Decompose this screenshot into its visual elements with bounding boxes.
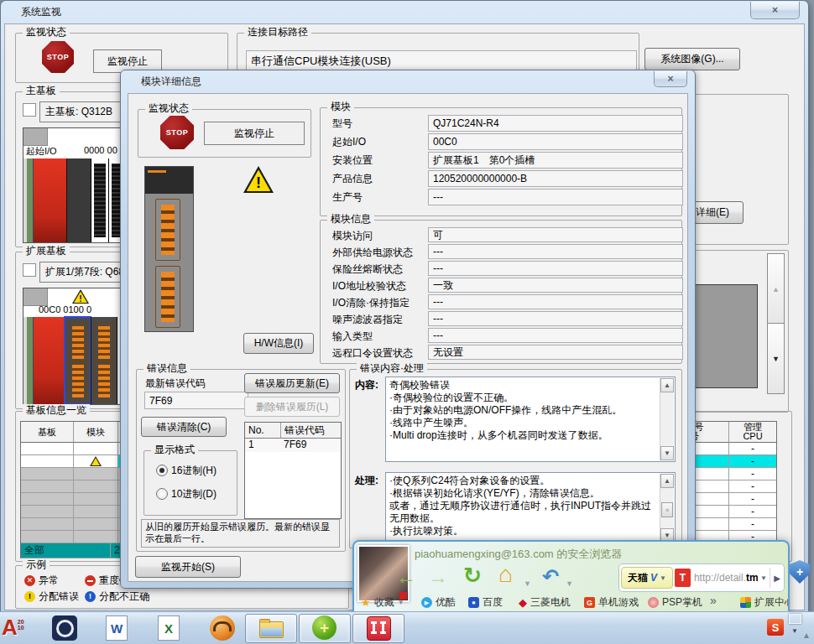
tray-sogou-icon[interactable]: S xyxy=(767,619,784,636)
process-textbox[interactable]: ·使Q系列C24符合对象设备的设置。 ·根据错误初始化请求(YE/YF)，清除错… xyxy=(385,472,676,544)
main-base-rack-image[interactable]: 起始I/O 0000 00 xyxy=(23,127,128,243)
module-info-group-label: 模块信息 xyxy=(327,213,374,225)
taskbar-autocad-icon[interactable]: A 2010 xyxy=(2,615,26,639)
ext-base-checkbox[interactable] xyxy=(23,263,36,277)
bookmark-extensions[interactable]: 扩展中心 xyxy=(740,595,790,610)
bookmarks-overflow[interactable]: » xyxy=(710,594,717,607)
process-scrollbar[interactable]: ▲ ≡ ▼ xyxy=(660,474,674,543)
main-base-checkbox[interactable] xyxy=(23,103,36,117)
main-base-io-value: 0000 00 xyxy=(84,145,117,155)
main-base-modules xyxy=(23,158,127,242)
assign-error-icon: ! xyxy=(24,591,35,602)
browser-popup[interactable]: piaohuamengxing@163.com 的安全浏览器 ← → ↻ ⌂ ▼… xyxy=(352,540,790,615)
field-label: 安装位置 xyxy=(332,153,373,168)
ext-base-group-label: 扩展基板 xyxy=(23,245,70,257)
field-label: 远程口令设置状态 xyxy=(332,346,413,361)
star-icon: ★ xyxy=(361,596,371,609)
monitor-start-button[interactable]: 监视开始(S) xyxy=(135,556,241,578)
dialog-monitor-group: 监视状态 STOP 监视停止 xyxy=(138,109,311,158)
field-label: 保险丝熔断状态 xyxy=(332,262,403,277)
paw-icon: ● xyxy=(468,597,479,608)
cpu-module xyxy=(66,158,90,242)
bookmark-favorites[interactable]: ★ 收藏 ▼ xyxy=(361,595,404,610)
terminal-connector xyxy=(155,266,180,328)
hex-radio[interactable] xyxy=(156,465,168,476)
search-engine-selector[interactable]: 天猫 V ▼ xyxy=(621,567,673,589)
window-titlebar[interactable]: 系统监视 xyxy=(1,1,808,23)
ring-icon xyxy=(56,620,74,637)
back-icon[interactable]: ← xyxy=(396,567,416,587)
content-scrollbar[interactable]: ▲ ▼ xyxy=(660,378,674,460)
taskbar-360-button[interactable]: + xyxy=(299,614,351,643)
tray-chevron-down-icon[interactable]: ▼ xyxy=(791,627,798,635)
ext-base-io-value: 00C0 0100 0 xyxy=(39,304,91,314)
bookmark-games[interactable]: G 单机游戏 xyxy=(584,595,639,610)
url-dropdown-icon[interactable]: ▼ xyxy=(758,574,770,582)
module-label-decor xyxy=(148,170,166,173)
bookmark-mitsubishi[interactable]: ◆ 三菱电机 xyxy=(519,595,571,610)
field-value: 无设置 xyxy=(428,345,683,360)
field-value: 扩展基板1 第0个插槽 xyxy=(428,152,683,169)
dec-radio-label[interactable]: 10进制(D) xyxy=(171,487,217,501)
scroll-down-icon[interactable]: ▼ xyxy=(660,446,674,460)
bookmark-baidu[interactable]: ● 百度 xyxy=(468,595,503,610)
dialog-titlebar[interactable]: 模块详细信息 xyxy=(121,70,695,92)
taskbar-media-app-icon[interactable] xyxy=(52,615,77,641)
taskbar-word-icon[interactable]: W xyxy=(106,615,128,641)
error-clear-button[interactable]: 错误清除(C) xyxy=(141,417,227,437)
tray-window-icon[interactable] xyxy=(789,614,801,624)
url-field[interactable]: http://detail.tmall.co xyxy=(691,572,758,584)
delete-error-history-button[interactable]: 删除错误履历(L) xyxy=(244,397,340,417)
tray-show-hidden-icon[interactable]: ▲ xyxy=(802,631,811,640)
refresh-icon[interactable]: ↻ xyxy=(463,564,482,586)
bookmark-youku[interactable]: ▶ 优酷 xyxy=(421,595,456,610)
error-history-list[interactable]: No. 错误代码 1 7F69 xyxy=(244,422,342,519)
io-module xyxy=(91,158,109,242)
selected-comm-module[interactable] xyxy=(65,317,91,404)
legend-label: 示例 xyxy=(23,558,50,570)
scroll-down-button[interactable]: ▼ xyxy=(767,323,785,394)
field-value: 00C0 xyxy=(428,133,683,150)
scroll-thumb[interactable]: ≡ xyxy=(661,502,673,517)
hex-radio-label[interactable]: 16进制(H) xyxy=(171,464,217,478)
content-textbox[interactable]: 奇偶校验错误 ·奇偶校验位的设置不正确。 ·由于对象站的电源ON/OFF操作，线… xyxy=(385,377,676,462)
history-row[interactable]: 1 7F69 xyxy=(245,439,341,452)
chevron-down-icon[interactable]: ▼ xyxy=(566,580,573,588)
ext-base-modules xyxy=(23,317,127,404)
system-image-button[interactable]: 系统图像(G)... xyxy=(644,48,740,70)
ext-base-rack-image[interactable]: ! 00C0 0100 0 xyxy=(23,288,128,405)
chevron-down-icon[interactable]: ▼ xyxy=(524,580,531,588)
tmall-icon: T xyxy=(675,569,691,587)
taskbar-excel-icon[interactable]: X xyxy=(158,615,180,641)
scroll-up-button[interactable]: ▲ xyxy=(767,253,785,325)
bookmark-psp[interactable]: PSP掌机 xyxy=(648,595,702,610)
address-bar[interactable]: 天猫 V ▼ T http://detail.tmall.co ▼ ▶ xyxy=(618,564,785,592)
field-value: --- xyxy=(428,189,683,205)
popup-title: piaohuamengxing@163.com 的安全浏览器 xyxy=(415,547,622,562)
folder-icon xyxy=(259,621,284,638)
forward-icon[interactable]: → xyxy=(428,567,448,587)
taskbar-explorer-button[interactable] xyxy=(245,614,297,643)
go-button[interactable]: ▶ xyxy=(770,568,784,588)
window-close-button[interactable]: × xyxy=(750,2,800,19)
dialog-close-button[interactable]: × xyxy=(654,71,687,87)
field-label: 模块访问 xyxy=(332,229,373,243)
warning-icon: ! xyxy=(243,166,274,193)
comm-module[interactable] xyxy=(91,317,117,404)
undo-icon[interactable]: ↶ xyxy=(542,567,559,587)
taskbar-music-icon[interactable] xyxy=(210,615,235,641)
close-icon: × xyxy=(667,73,673,85)
field-value: --- xyxy=(428,294,683,309)
hw-info-button[interactable]: H/W信息(I) xyxy=(243,333,314,354)
taskbar[interactable]: A 2010 W X + xyxy=(0,611,814,644)
scroll-up-icon[interactable]: ▲ xyxy=(660,474,674,488)
engine-v-icon: V xyxy=(650,572,657,584)
module-detail-dialog: 模块详细信息 × 监视状态 STOP 监视停止 xyxy=(120,70,696,589)
field-label: I/O地址校验状态 xyxy=(332,279,406,293)
home-icon[interactable]: ⌂ xyxy=(498,563,513,586)
field-label: I/O清除·保持指定 xyxy=(332,296,410,310)
taskbar-gx-works-button[interactable] xyxy=(352,614,404,643)
dec-radio[interactable] xyxy=(156,488,168,500)
scroll-up-icon[interactable]: ▲ xyxy=(660,378,674,392)
error-history-update-button[interactable]: 错误履历更新(E) xyxy=(244,373,340,393)
